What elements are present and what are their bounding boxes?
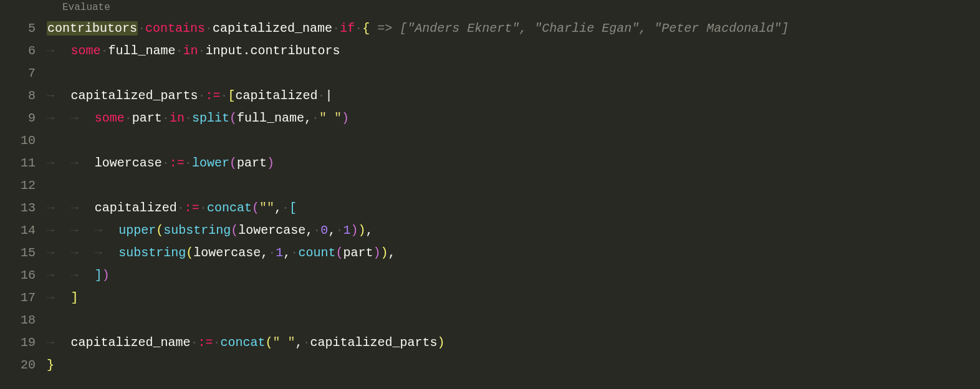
inline-arrow-icon: => — [377, 21, 392, 36]
line-number: 19 — [0, 332, 36, 354]
keyword-contains: contains — [145, 21, 205, 36]
identifier: input.contributors — [206, 44, 340, 58]
line-number: 13 — [0, 197, 36, 219]
string-literal: " " — [273, 335, 295, 350]
identifier: part — [237, 156, 267, 170]
function-count: count — [298, 246, 335, 260]
line-number: 9 — [0, 107, 36, 130]
code-line[interactable] — [47, 309, 980, 332]
identifier: contributors — [47, 21, 137, 36]
line-number-gutter: 5 6 7 8 9 10 11 12 13 14 15 16 17 18 19 … — [0, 0, 47, 389]
keyword-in: in — [183, 44, 198, 58]
codelens-evaluate[interactable]: Evaluate — [62, 1, 110, 14]
number-literal: 1 — [343, 223, 350, 238]
line-number: 5 — [0, 17, 36, 40]
function-split: split — [192, 111, 229, 125]
line-number: 14 — [0, 219, 36, 242]
code-line[interactable] — [47, 62, 980, 85]
identifier: full_name — [108, 44, 175, 58]
line-number: 11 — [0, 152, 36, 175]
code-line[interactable]: capitalized_parts·:=·[capitalized·| — [47, 85, 980, 107]
identifier: lowercase — [238, 223, 305, 238]
identifier: capitalized — [236, 89, 318, 103]
inline-evaluation-hint: ["Anders Eknert", "Charlie Egan", "Peter… — [400, 21, 789, 36]
string-literal: " " — [319, 111, 342, 125]
operator-assign: := — [185, 201, 199, 215]
identifier: capitalized_parts — [310, 335, 438, 350]
code-line[interactable]: substring(lowercase,·1,·count(part)), — [47, 242, 980, 264]
number-literal: 1 — [276, 246, 283, 260]
code-line[interactable]: capitalized·:=·concat("",·[ — [47, 197, 980, 219]
operator-assign: := — [205, 89, 220, 103]
code-line[interactable]: } — [47, 354, 980, 377]
function-concat: concat — [220, 335, 265, 350]
code-line[interactable]: contributors·contains·capitalized_name·i… — [47, 17, 980, 40]
identifier: lowercase — [193, 246, 261, 260]
identifier: capitalized_parts — [70, 89, 198, 103]
identifier: full_name — [237, 111, 304, 125]
code-line[interactable]: upper(substring(lowercase,·0,·1)), — [47, 219, 980, 242]
line-number: 7 — [0, 62, 36, 85]
code-line[interactable] — [47, 130, 980, 152]
line-number: 8 — [0, 85, 36, 107]
code-line[interactable]: some·full_name·in·input.contributors — [47, 40, 980, 62]
code-line[interactable]: ]) — [47, 264, 980, 287]
operator-assign: := — [198, 335, 213, 350]
identifier: part — [132, 111, 162, 125]
line-number: 20 — [0, 354, 36, 377]
function-lower: lower — [192, 156, 229, 170]
identifier: part — [343, 246, 373, 260]
number-literal: 0 — [320, 223, 328, 238]
function-substring: substring — [118, 246, 186, 260]
code-line[interactable]: capitalized_name·:=·concat(" ",·capitali… — [47, 332, 980, 354]
function-concat: concat — [207, 201, 252, 215]
line-number: 10 — [0, 130, 36, 152]
identifier: capitalized_name — [70, 335, 190, 350]
code-area[interactable]: Evaluate contributors·contains·capitaliz… — [47, 0, 980, 389]
keyword-if: if — [340, 21, 355, 36]
code-line[interactable]: lowercase·:=·lower(part) — [47, 152, 980, 175]
line-number: 18 — [0, 309, 36, 332]
line-number: 12 — [0, 175, 36, 197]
keyword-in: in — [170, 111, 185, 125]
line-number: 6 — [0, 40, 36, 62]
code-editor: 5 6 7 8 9 10 11 12 13 14 15 16 17 18 19 … — [0, 0, 980, 389]
string-literal: "" — [259, 201, 274, 215]
identifier: capitalized_name — [213, 21, 332, 36]
function-substring: substring — [163, 223, 231, 238]
code-line[interactable]: ] — [47, 287, 980, 309]
operator-assign: := — [170, 156, 185, 170]
identifier: capitalized — [95, 201, 177, 215]
identifier: lowercase — [95, 156, 162, 170]
line-number: 16 — [0, 264, 36, 287]
code-line[interactable]: some·part·in·split(full_name,·" ") — [47, 107, 980, 130]
line-number: 15 — [0, 242, 36, 264]
code-line[interactable] — [47, 175, 980, 197]
line-number: 17 — [0, 287, 36, 309]
